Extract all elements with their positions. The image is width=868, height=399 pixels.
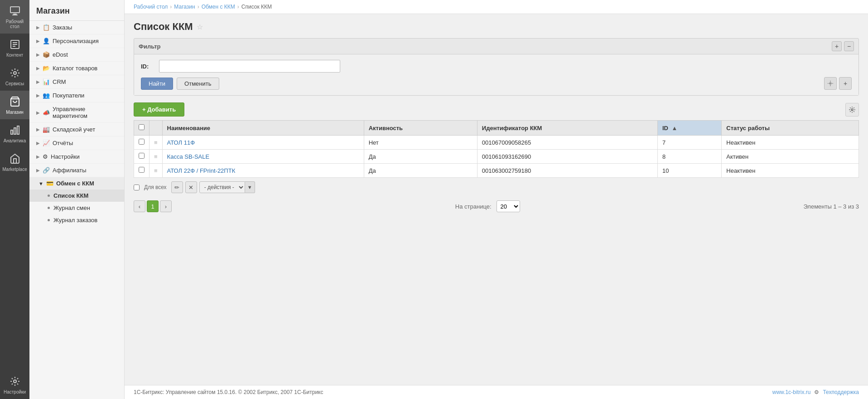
row-name-link-3[interactable]: АТОЛ 22Ф / FPrint-22ПТК [167,167,236,174]
sidebar-item-personalization[interactable]: ▶ 👤 Персонализация [29,34,124,48]
sidebar-item-kkm-exchange[interactable]: ▼ 💳 Обмен с ККМ [29,177,124,190]
filter-header-buttons: + − [832,41,854,51]
th-id[interactable]: ID ▲ [657,121,721,136]
prev-page-button[interactable]: ‹ [134,200,145,212]
row-drag-1: ≡ [149,136,163,150]
sidebar-item-reports[interactable]: ▶ 📈 Отчёты [29,136,124,150]
sidebar-item-crm[interactable]: ▶ 📊 CRM [29,75,124,89]
arrow-icon: ▶ [36,141,40,146]
row-status-2: Активен [722,150,859,164]
breadcrumb-kkm-exchange[interactable]: Обмен с ККМ [202,4,235,10]
per-page-select[interactable]: 20 50 100 [497,200,520,212]
svg-rect-10 [14,128,16,134]
arrow-icon: ▶ [36,79,40,84]
filter-body: ID: Найти Отменить + [134,54,858,95]
settings-nav-icon [9,375,21,388]
settings-icon [849,106,856,113]
svg-rect-1 [13,14,17,15]
row-active-2: Да [364,150,477,164]
sidebar-item-settings[interactable]: Настройки [0,370,29,399]
arrow-icon: ▶ [36,110,40,115]
toolbar: + Добавить [134,102,859,117]
delete-icon: ✕ [188,184,193,191]
sidebar-item-settings2[interactable]: ▶ ⚙ Настройки [29,150,124,164]
breadcrumb-current: Список ККМ [241,4,272,10]
row-check-1 [134,136,149,150]
sidebar-sub-item-shift-journal[interactable]: Журнал смен [29,202,124,214]
filter-minimize-button[interactable]: − [844,41,854,51]
row-status-3: Неактивен [722,164,859,178]
sidebar-item-catalog[interactable]: ▶ 📂 Каталог товаров [29,62,124,75]
row-identifier-3: 001063002759180 [477,164,657,178]
th-name[interactable]: Наименование [162,121,364,136]
data-table: Наименование Активность Идентификатор КК… [134,120,859,178]
row-checkbox-3[interactable] [139,167,145,173]
personalization-icon: 👤 [43,38,50,44]
drag-handle-icon: ≡ [154,167,158,174]
filter-id-label: ID: [141,63,159,70]
row-check-2 [134,150,149,164]
row-name-2: Касса SB-SALE [162,150,364,164]
filter-add-button[interactable]: + [832,41,842,51]
filter-find-button[interactable]: Найти [141,78,173,90]
row-checkbox-1[interactable] [139,139,145,145]
sidebar-item-shop[interactable]: Магазин [0,91,29,119]
bottom-select-all[interactable] [134,185,140,190]
actions-dropdown: - действия - ▼ [199,181,255,193]
filter-settings-button[interactable] [824,77,837,90]
sidebar-title: Магазин [29,0,124,21]
filter-plus-button[interactable]: + [839,77,852,90]
actions-arrow-button[interactable]: ▼ [245,181,255,193]
breadcrumb-shop[interactable]: Магазин [174,4,195,10]
sidebar-sub-item-order-journal[interactable]: Журнал заказов [29,214,124,226]
svg-point-13 [829,83,831,84]
th-status[interactable]: Статус работы [722,121,859,136]
footer-support-link[interactable]: www.1c-bitrix.ru [772,389,811,395]
drag-handle-icon: ≡ [154,153,158,160]
filter-cancel-button[interactable]: Отменить [177,78,219,90]
sidebar-item-warehouse[interactable]: ▶ 🏭 Складской учет [29,123,124,136]
breadcrumb-sep: › [237,4,239,10]
filter-panel: Фильтр + − ID: Найти Отменить [134,38,859,96]
sidebar-item-marketplace[interactable]: Marketplace [0,148,29,176]
breadcrumb: Рабочий стол › Магазин › Обмен с ККМ › С… [125,0,868,14]
row-name-link-2[interactable]: Касса SB-SALE [167,153,210,160]
row-checkbox-2[interactable] [139,153,145,159]
row-name-link-1[interactable]: АТОЛ 11Ф [167,139,195,146]
th-active[interactable]: Активность [364,121,477,136]
sidebar-item-buyers[interactable]: ▶ 👥 Покупатели [29,89,124,102]
page-1-button[interactable]: 1 [147,200,159,212]
footer-right: www.1c-bitrix.ru ⚙ Техподдержка [772,389,859,395]
filter-id-input[interactable] [159,60,340,73]
bottom-delete-button[interactable]: ✕ [185,181,197,193]
breadcrumb-sep: › [170,4,172,10]
select-all-checkbox[interactable] [139,124,145,130]
favorite-icon[interactable]: ☆ [197,23,203,31]
sort-asc-icon: ▲ [672,125,678,131]
sidebar-sub-item-kkm-list[interactable]: Список ККМ [29,190,124,202]
sidebar-item-affiliates[interactable]: ▶ 🔗 Аффилиаты [29,164,124,177]
dropdown-arrow-icon: ▼ [247,185,252,190]
add-button[interactable]: + Добавить [134,102,184,117]
filter-id-row: ID: [141,60,852,73]
sidebar-item-marketing[interactable]: ▶ 📣 Управление маркетингом [29,102,124,123]
breadcrumb-desktop[interactable]: Рабочий стол [134,4,168,10]
sidebar-item-analytics[interactable]: Аналитика [0,119,29,148]
actions-select[interactable]: - действия - [199,181,245,193]
shop-icon [9,95,21,108]
th-identifier[interactable]: Идентификатор ККМ [477,121,657,136]
sidebar-item-edost[interactable]: ▶ 📦 eDost [29,48,124,62]
arrow-icon: ▶ [36,66,40,71]
table-settings-button[interactable] [845,103,859,117]
th-check [134,121,149,136]
elements-info: Элементы 1 – 3 из 3 [803,203,859,210]
page-title: Список ККМ [134,21,193,33]
sidebar-item-services[interactable]: Сервисы [0,62,29,91]
footer-techsupport-link[interactable]: Техподдержка [823,389,859,395]
services-icon [9,67,21,79]
sidebar-item-orders[interactable]: ▶ 📋 Заказы [29,21,124,34]
sidebar-item-content[interactable]: Контент [0,34,29,62]
next-page-button[interactable]: › [160,200,172,212]
bottom-edit-button[interactable]: ✏ [171,181,183,193]
sidebar-item-desktop[interactable]: Рабочий стол [0,0,29,34]
